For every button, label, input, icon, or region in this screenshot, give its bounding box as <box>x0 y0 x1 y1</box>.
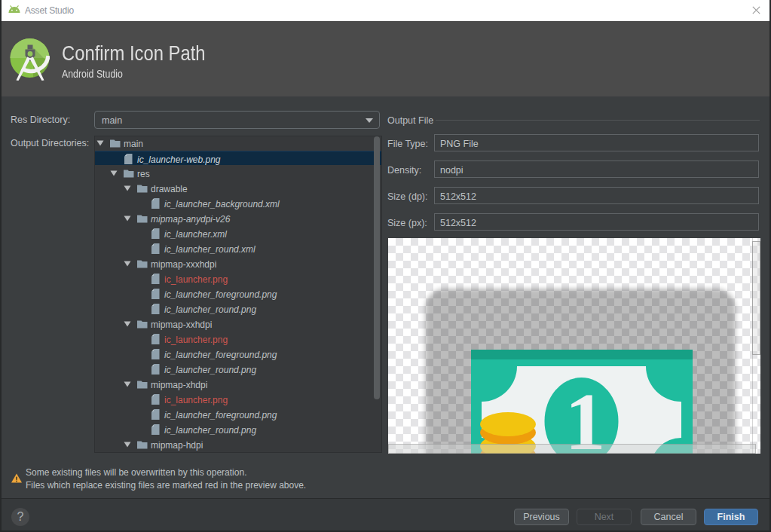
svg-text:1: 1 <box>565 377 606 454</box>
